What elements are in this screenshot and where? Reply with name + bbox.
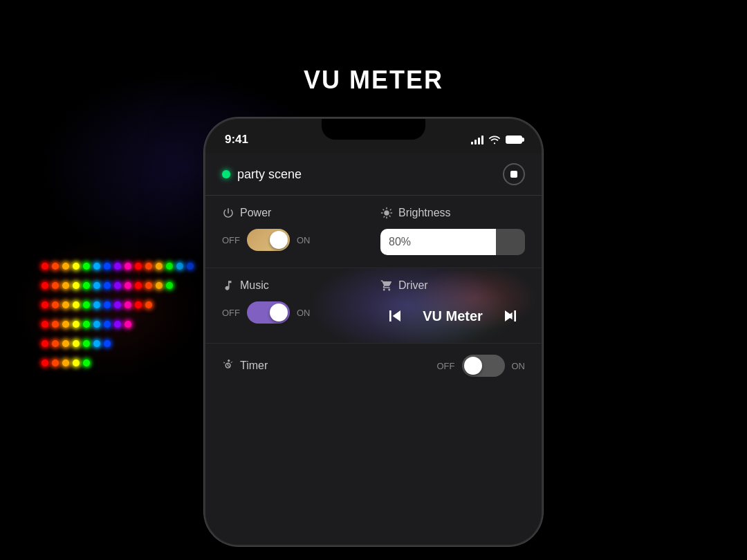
- page-title: VU METER: [0, 66, 747, 95]
- led-dot-3-6: [104, 321, 111, 328]
- led-strip-0: [42, 263, 194, 270]
- led-dot-3-0: [42, 321, 48, 328]
- led-dot-2-6: [104, 301, 111, 308]
- driver-next-button[interactable]: [496, 301, 525, 330]
- stop-icon: [510, 171, 517, 178]
- led-dot-4-0: [42, 340, 48, 347]
- timer-row: Timer OFF ON: [222, 355, 525, 377]
- timer-toggle-row: OFF ON: [437, 355, 526, 377]
- led-dot-4-3: [73, 340, 80, 347]
- power-toggle-row: OFF ON: [222, 229, 367, 251]
- led-dot-1-10: [145, 282, 152, 289]
- led-dot-2-10: [145, 301, 152, 308]
- led-dot-2-7: [114, 301, 121, 308]
- power-toggle[interactable]: [247, 229, 290, 251]
- led-dot-3-8: [124, 321, 131, 328]
- power-toggle-knob: [270, 231, 288, 249]
- driver-control-group: Driver VU Meter: [380, 279, 525, 330]
- led-dot-0-4: [83, 263, 90, 270]
- scene-header: party scene: [205, 153, 542, 196]
- led-strip-2: [42, 301, 194, 308]
- music-toggle-knob: [270, 304, 288, 321]
- brightness-label: Brightness: [380, 207, 525, 219]
- timer-section: Timer OFF ON: [205, 344, 542, 388]
- led-dot-5-2: [62, 360, 69, 366]
- led-dot-0-12: [166, 263, 173, 270]
- battery-icon: [506, 136, 522, 144]
- led-dot-1-0: [42, 282, 48, 289]
- power-label: Power: [222, 207, 367, 219]
- driver-prev-button[interactable]: [380, 301, 409, 330]
- led-dot-0-11: [156, 263, 163, 270]
- signal-bar-4: [481, 136, 483, 144]
- brightness-control-group: Brightness 80%: [380, 207, 525, 255]
- led-dot-2-4: [83, 301, 90, 308]
- led-dot-1-9: [135, 282, 142, 289]
- phone-frame: 9:41 party scene: [204, 118, 543, 546]
- led-dot-3-2: [62, 321, 69, 328]
- timer-icon: [222, 360, 234, 372]
- music-label: Music: [222, 279, 367, 292]
- brightness-slider-container[interactable]: 80%: [380, 229, 525, 255]
- scene-stop-button[interactable]: [503, 163, 525, 185]
- timer-toggle[interactable]: [462, 355, 505, 377]
- power-brightness-section: Power OFF ON: [205, 196, 542, 268]
- signal-bar-3: [478, 138, 480, 144]
- brightness-value: 80%: [389, 236, 411, 248]
- power-brightness-row: Power OFF ON: [222, 207, 525, 255]
- power-label-text: Power: [240, 207, 271, 219]
- led-dot-0-1: [52, 263, 59, 270]
- led-dot-5-4: [83, 360, 90, 366]
- phone-notch: [322, 119, 425, 140]
- power-icon: [222, 207, 234, 219]
- led-dot-4-6: [104, 340, 111, 347]
- led-dot-0-14: [187, 263, 194, 270]
- led-dot-3-5: [93, 321, 100, 328]
- led-dot-1-12: [166, 282, 173, 289]
- led-strip-5: [42, 360, 194, 366]
- led-dot-4-2: [62, 340, 69, 347]
- power-on-label: ON: [297, 235, 311, 245]
- led-dot-5-3: [73, 360, 80, 366]
- timer-on-label: ON: [512, 361, 526, 371]
- led-strip-1: [42, 282, 194, 289]
- phone-mockup: 9:41 party scene: [204, 118, 543, 546]
- status-icons: [471, 135, 522, 144]
- driver-label: Driver: [380, 279, 525, 292]
- led-dot-0-9: [135, 263, 142, 270]
- led-dot-1-11: [156, 282, 163, 289]
- led-dot-4-1: [52, 340, 59, 347]
- led-dot-2-2: [62, 301, 69, 308]
- driver-icon: [380, 279, 393, 292]
- led-dot-0-6: [104, 263, 111, 270]
- led-dot-5-0: [42, 360, 48, 366]
- led-dot-2-5: [93, 301, 100, 308]
- scene-name: party scene: [237, 167, 302, 182]
- signal-bar-1: [471, 142, 473, 144]
- led-dot-3-4: [83, 321, 90, 328]
- led-dot-1-5: [93, 282, 100, 289]
- led-dot-1-1: [52, 282, 59, 289]
- power-off-label: OFF: [222, 235, 240, 245]
- music-control-group: Music OFF ON: [222, 279, 367, 324]
- led-dot-0-7: [114, 263, 121, 270]
- music-driver-row: Music OFF ON: [222, 279, 525, 330]
- status-time: 9:41: [225, 133, 248, 147]
- led-dot-1-6: [104, 282, 111, 289]
- led-strip-3: [42, 321, 194, 328]
- timer-off-label: OFF: [437, 361, 455, 371]
- prev-icon: [384, 305, 406, 327]
- app-content: party scene Power: [205, 153, 542, 545]
- music-toggle[interactable]: [247, 301, 290, 324]
- led-dot-1-4: [83, 282, 90, 289]
- next-icon: [499, 305, 522, 327]
- led-dot-1-2: [62, 282, 69, 289]
- led-dot-1-3: [73, 282, 80, 289]
- music-off-label: OFF: [222, 308, 240, 318]
- music-label-text: Music: [240, 279, 269, 292]
- driver-label-text: Driver: [398, 279, 428, 292]
- led-dot-2-0: [42, 301, 48, 308]
- led-dot-2-9: [135, 301, 142, 308]
- brightness-slider[interactable]: 80%: [380, 229, 525, 255]
- signal-bars-icon: [471, 135, 483, 144]
